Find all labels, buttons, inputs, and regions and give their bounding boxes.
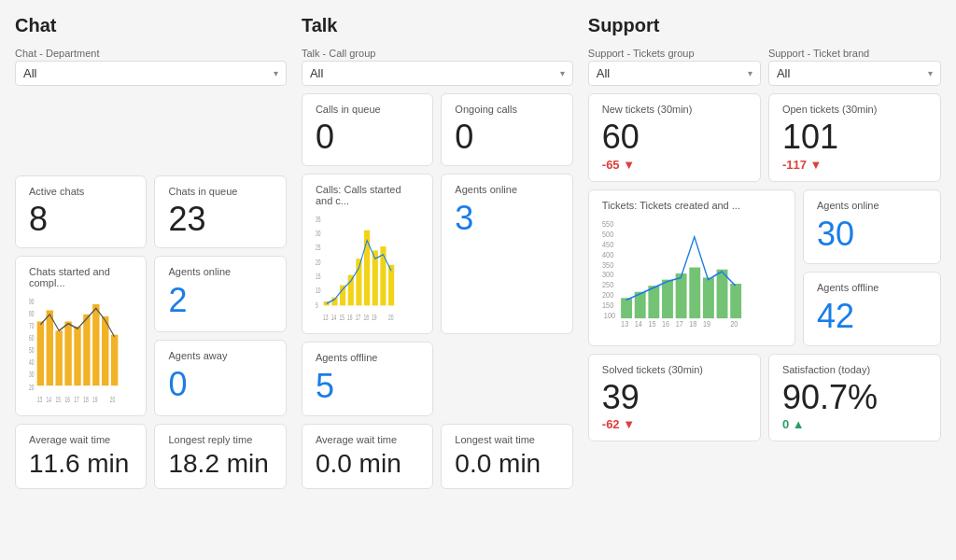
svg-text:30: 30 bbox=[29, 371, 35, 380]
chat-agents-away-card: Agents away 0 bbox=[154, 340, 286, 416]
chat-mid-cards: Chats started and compl... 90 80 70 60 5… bbox=[15, 256, 287, 416]
chevron-down-icon: ▾ bbox=[748, 68, 752, 78]
chat-title: Chat bbox=[15, 15, 287, 36]
chat-top-cards: Active chats 8 Chats in queue 23 bbox=[15, 175, 287, 248]
svg-text:300: 300 bbox=[602, 270, 614, 279]
chevron-down-icon: ▾ bbox=[560, 68, 565, 78]
svg-text:15: 15 bbox=[55, 395, 61, 404]
chevron-down-icon: ▾ bbox=[928, 68, 933, 78]
svg-text:550: 550 bbox=[602, 219, 614, 229]
svg-text:250: 250 bbox=[602, 280, 614, 289]
talk-group-value: All bbox=[310, 66, 323, 80]
support-agents-online-label: Agents online bbox=[817, 200, 927, 211]
svg-text:18: 18 bbox=[363, 313, 369, 322]
chats-in-queue-value: 23 bbox=[168, 201, 272, 238]
svg-rect-14 bbox=[92, 304, 99, 385]
support-group-label: Support - Tickets group bbox=[588, 48, 761, 59]
svg-rect-13 bbox=[83, 314, 90, 385]
new-tickets-value: 60 bbox=[602, 119, 747, 156]
support-title: Support bbox=[588, 15, 941, 36]
support-agents-offline-card: Agents offline 42 bbox=[803, 272, 941, 346]
svg-text:20: 20 bbox=[730, 319, 738, 329]
svg-text:17: 17 bbox=[74, 395, 79, 404]
svg-text:16: 16 bbox=[662, 319, 670, 329]
satisfaction-label: Satisfaction (today) bbox=[782, 364, 927, 375]
support-brand-dropdown[interactable]: All ▾ bbox=[768, 61, 941, 86]
svg-text:15: 15 bbox=[648, 319, 656, 329]
svg-text:18: 18 bbox=[83, 395, 89, 404]
chat-department-label: Chat - Department bbox=[15, 48, 287, 59]
svg-text:35: 35 bbox=[316, 215, 321, 224]
talk-agents-offline-value: 5 bbox=[316, 367, 419, 406]
open-tickets-card: Open tickets (30min) 101 -117 ▼ bbox=[768, 93, 941, 182]
svg-text:20: 20 bbox=[388, 313, 394, 322]
chat-avg-wait-card: Average wait time 11.6 min bbox=[15, 424, 147, 489]
svg-text:70: 70 bbox=[29, 321, 35, 330]
talk-top-cards: Calls in queue 0 Ongoing calls 0 bbox=[302, 93, 573, 166]
active-chats-value: 8 bbox=[29, 201, 133, 238]
tickets-chart-card: Tickets: Tickets created and ... 550 500… bbox=[588, 189, 795, 346]
svg-rect-34 bbox=[340, 285, 345, 305]
calls-in-queue-card: Calls in queue 0 bbox=[302, 93, 433, 166]
new-tickets-card: New tickets (30min) 60 -65 ▼ bbox=[588, 93, 761, 182]
svg-rect-61 bbox=[648, 286, 659, 318]
solved-tickets-delta: -62 ▼ bbox=[602, 417, 747, 431]
talk-avg-wait-card: Average wait time 0.0 min bbox=[302, 424, 433, 489]
svg-text:350: 350 bbox=[602, 260, 614, 270]
svg-rect-11 bbox=[64, 321, 71, 385]
support-group-dropdown[interactable]: All ▾ bbox=[588, 61, 761, 86]
talk-group-label: Talk - Call group bbox=[302, 48, 573, 59]
chat-longest-reply-card: Longest reply time 18.2 min bbox=[154, 424, 286, 489]
chat-bottom-cards: Average wait time 11.6 min Longest reply… bbox=[15, 424, 287, 489]
chat-agents-online-label: Agents online bbox=[168, 266, 272, 277]
talk-agents-offline-label: Agents offline bbox=[316, 352, 419, 363]
svg-rect-63 bbox=[675, 273, 686, 318]
talk-longest-wait-card: Longest wait time 0.0 min bbox=[441, 424, 572, 489]
svg-text:30: 30 bbox=[316, 229, 321, 238]
talk-group-dropdown[interactable]: All ▾ bbox=[302, 61, 573, 86]
svg-text:15: 15 bbox=[316, 272, 321, 281]
active-chats-card: Active chats 8 bbox=[15, 175, 147, 248]
chat-department-container: Chat - Department All ▾ bbox=[15, 48, 287, 168]
new-tickets-delta: -65 ▼ bbox=[602, 158, 747, 172]
solved-tickets-value: 39 bbox=[602, 379, 747, 416]
support-brand-value: All bbox=[777, 66, 790, 80]
chats-in-queue-label: Chats in queue bbox=[168, 186, 272, 197]
calls-chart-label: Calls: Calls started and c... bbox=[316, 184, 419, 206]
calls-chart: 35 30 25 20 15 10 5 bbox=[316, 212, 419, 324]
talk-agents-online-card: Agents online 3 bbox=[441, 174, 572, 334]
chat-agents-away-value: 0 bbox=[168, 365, 272, 404]
chevron-down-icon: ▾ bbox=[274, 68, 278, 78]
tickets-chart: 550 500 450 400 350 300 250 200 150 100 bbox=[602, 217, 781, 329]
chats-chart: 90 80 70 60 50 40 30 20 bbox=[29, 294, 133, 406]
svg-rect-35 bbox=[348, 274, 354, 305]
open-tickets-label: Open tickets (30min) bbox=[782, 104, 927, 115]
chat-agents-online-card: Agents online 2 bbox=[154, 256, 286, 332]
svg-rect-15 bbox=[102, 316, 108, 385]
talk-longest-wait-label: Longest wait time bbox=[455, 434, 558, 445]
support-agents-offline-value: 42 bbox=[817, 297, 927, 336]
chat-department-dropdown[interactable]: All ▾ bbox=[15, 61, 287, 86]
calls-in-queue-label: Calls in queue bbox=[316, 104, 419, 115]
tickets-chart-label: Tickets: Tickets created and ... bbox=[602, 200, 781, 211]
ongoing-calls-card: Ongoing calls 0 bbox=[441, 93, 572, 166]
support-agents-online-card: Agents online 30 bbox=[803, 189, 941, 264]
chat-section: Chat Chat - Department All ▾ Active chat… bbox=[15, 15, 287, 489]
support-dropdowns: Support - Tickets group All ▾ Support - … bbox=[588, 48, 941, 86]
open-tickets-delta: -117 ▼ bbox=[782, 158, 927, 172]
support-agents-offline-label: Agents offline bbox=[817, 282, 927, 293]
ongoing-calls-label: Ongoing calls bbox=[455, 104, 558, 115]
svg-text:80: 80 bbox=[29, 309, 35, 318]
chats-chart-label: Chats started and compl... bbox=[29, 266, 133, 288]
satisfaction-delta: 0 ▲ bbox=[782, 417, 927, 431]
chats-chart-card: Chats started and compl... 90 80 70 60 5… bbox=[15, 256, 147, 416]
support-group-value: All bbox=[597, 66, 610, 80]
talk-agents-online-label: Agents online bbox=[455, 184, 558, 195]
talk-bottom-cards: Average wait time 0.0 min Longest wait t… bbox=[302, 424, 573, 489]
new-tickets-label: New tickets (30min) bbox=[602, 104, 747, 115]
chats-in-queue-card: Chats in queue 23 bbox=[154, 175, 286, 248]
svg-text:5: 5 bbox=[316, 301, 318, 310]
active-chats-label: Active chats bbox=[29, 186, 133, 197]
satisfaction-card: Satisfaction (today) 90.7% 0 ▲ bbox=[768, 354, 941, 442]
open-tickets-value: 101 bbox=[782, 119, 927, 156]
